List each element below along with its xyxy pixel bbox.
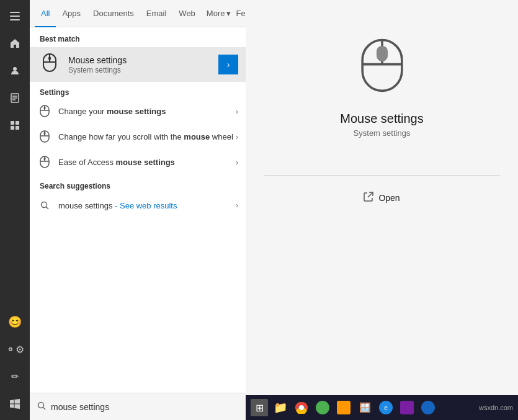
taskbar-blue-icon[interactable]: e xyxy=(377,399,395,416)
svg-point-3 xyxy=(13,67,17,71)
tabs-bar: All Apps Documents Email Web More ▾ Feed… xyxy=(30,0,246,27)
suggestions-section-label: Search suggestions xyxy=(30,176,246,193)
settings-item-2-arrow: › xyxy=(236,133,238,141)
svg-rect-9 xyxy=(16,121,19,125)
svg-rect-10 xyxy=(11,126,14,130)
right-panel-title: Mouse settings xyxy=(340,112,424,126)
suggestion-text-1: mouse settings - See web results xyxy=(58,201,236,210)
open-external-icon xyxy=(364,192,373,204)
search-panel: All Apps Documents Email Web More ▾ Feed… xyxy=(30,0,246,420)
home-icon[interactable] xyxy=(0,30,30,57)
svg-rect-11 xyxy=(16,126,19,130)
taskbar-clock: wsxdn.com xyxy=(479,404,513,411)
tab-apps[interactable]: Apps xyxy=(56,0,87,27)
svg-point-38 xyxy=(299,405,304,410)
open-label: Open xyxy=(378,193,400,203)
feedback-pencil-icon[interactable]: ✏ xyxy=(0,363,30,390)
settings-item-2[interactable]: Change how far you scroll with the mouse… xyxy=(30,125,246,150)
suggestion-arrow-1: › xyxy=(236,201,238,210)
svg-rect-2 xyxy=(10,19,20,20)
tab-all[interactable]: All xyxy=(35,0,56,27)
svg-rect-8 xyxy=(11,121,14,125)
best-match-item[interactable]: Mouse settings System settings › xyxy=(30,47,246,82)
best-match-label: Best match xyxy=(30,27,246,47)
mouse-icon-3 xyxy=(37,155,52,170)
settings-item-1-arrow: › xyxy=(236,107,238,116)
svg-rect-35 xyxy=(376,46,387,61)
svg-line-31 xyxy=(43,408,46,410)
taskbar-ms-icon[interactable]: 🪟 xyxy=(356,399,373,416)
mouse-icon-2 xyxy=(37,130,52,145)
svg-point-27 xyxy=(44,158,46,161)
best-match-text: Mouse settings System settings xyxy=(68,55,218,74)
svg-point-28 xyxy=(42,202,47,208)
settings-item-2-text: Change how far you scroll with the mouse… xyxy=(58,132,236,143)
settings-item-3-text: Ease of Access mouse settings xyxy=(58,157,236,168)
search-input[interactable] xyxy=(51,402,238,412)
taskbar-extra-icon[interactable] xyxy=(398,399,416,416)
settings-item-1-text: Change your mouse settings xyxy=(58,106,236,117)
mouse-settings-icon xyxy=(37,52,62,77)
user-avatar-icon[interactable]: 😊 xyxy=(0,308,30,336)
settings-item-1[interactable]: Change your mouse settings › xyxy=(30,99,246,125)
taskbar-folder-icon[interactable]: 📁 xyxy=(272,399,289,416)
sidebar: 😊 ⚙ ✏ xyxy=(0,0,30,420)
tab-email[interactable]: Email xyxy=(140,0,173,27)
documents-icon[interactable] xyxy=(0,84,30,112)
mouse-icon-1 xyxy=(37,104,52,119)
right-panel: Mouse settings System settings Open xyxy=(246,0,518,420)
best-match-title: Mouse settings xyxy=(68,55,218,65)
sidebar-bottom: 😊 ⚙ ✏ xyxy=(0,308,30,420)
taskbar-green-icon[interactable] xyxy=(314,399,331,416)
taskbar: ⊞ 📁 🪟 e wsxdn.com xyxy=(246,395,518,420)
svg-point-15 xyxy=(48,56,51,60)
search-results: Best match Mouse settings System setting… xyxy=(30,27,246,393)
search-bar-icon xyxy=(37,401,46,412)
apps-grid-icon[interactable] xyxy=(0,112,30,139)
svg-point-30 xyxy=(38,403,44,408)
search-bar xyxy=(30,393,246,420)
svg-point-19 xyxy=(44,107,46,110)
settings-item-3[interactable]: Ease of Access mouse settings › xyxy=(30,150,246,176)
settings-section-label: Settings xyxy=(30,82,246,99)
taskbar-chrome-icon[interactable] xyxy=(293,399,310,416)
taskbar-last-icon[interactable] xyxy=(419,399,437,416)
hamburger-icon[interactable] xyxy=(0,2,30,30)
settings-item-3-arrow: › xyxy=(236,158,238,167)
tab-more[interactable]: More ▾ xyxy=(202,0,236,27)
svg-point-23 xyxy=(44,132,46,135)
search-suggestion-icon xyxy=(37,198,52,213)
suggestion-item-1[interactable]: mouse settings - See web results › xyxy=(30,193,246,218)
contact-icon[interactable] xyxy=(0,57,30,84)
svg-rect-0 xyxy=(10,12,20,13)
right-panel-divider xyxy=(264,175,500,176)
taskbar-orange-icon[interactable] xyxy=(335,399,352,416)
mouse-icon-large xyxy=(357,37,407,99)
sidebar-top xyxy=(0,0,30,139)
svg-line-36 xyxy=(368,192,373,197)
settings-gear-icon[interactable]: ⚙ xyxy=(0,336,30,363)
right-panel-subtitle: System settings xyxy=(354,128,411,138)
tab-web[interactable]: Web xyxy=(172,0,202,27)
taskbar-task-icon[interactable]: ⊞ xyxy=(251,399,268,416)
open-button[interactable]: Open xyxy=(356,188,407,208)
svg-rect-1 xyxy=(10,16,20,17)
svg-line-29 xyxy=(47,207,49,210)
windows-logo-icon[interactable] xyxy=(0,390,30,418)
tab-documents[interactable]: Documents xyxy=(87,0,140,27)
best-match-subtitle: System settings xyxy=(68,66,218,74)
best-match-open-arrow[interactable]: › xyxy=(218,55,238,74)
